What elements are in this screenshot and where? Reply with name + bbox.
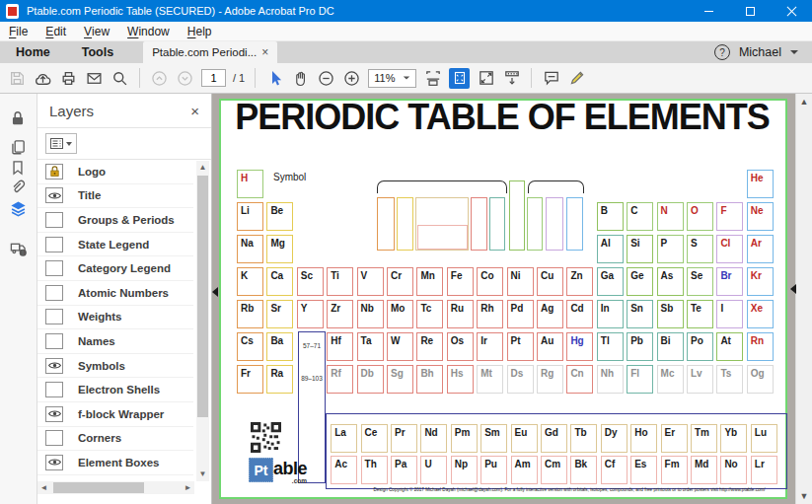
scroll-down-icon[interactable]: ▼ <box>196 468 209 480</box>
scroll-left-icon[interactable]: ◄ <box>37 481 50 494</box>
user-caret-icon[interactable] <box>790 50 798 54</box>
reading-mode-button[interactable] <box>477 69 495 88</box>
maximize-icon <box>746 7 755 16</box>
legend-box-ae <box>397 197 413 251</box>
layer-row-symbols[interactable]: Symbols <box>37 354 193 379</box>
zoom-out-button[interactable] <box>317 69 335 88</box>
page-number-input[interactable] <box>201 69 226 87</box>
eye-icon <box>47 408 62 419</box>
close-button[interactable] <box>771 0 812 22</box>
bookmarks-pane-button[interactable] <box>9 159 29 179</box>
zoom-in-button[interactable] <box>342 69 361 88</box>
layer-visibility-checkbox[interactable] <box>45 212 63 228</box>
menu-help[interactable]: Help <box>179 22 221 40</box>
layer-visibility-checkbox[interactable] <box>45 430 63 446</box>
pdf-page[interactable]: PERIODIC TABLE OF ELEMENTS Symbol 57–71 … <box>219 99 787 499</box>
layer-row-f-block-wrapper[interactable]: f-block Wrapper <box>37 402 193 427</box>
scrollbar-thumb[interactable] <box>197 176 208 417</box>
layer-row-weights[interactable]: Weights <box>37 306 193 330</box>
element-cd: Cd <box>566 300 593 328</box>
select-tool-button[interactable] <box>265 69 284 88</box>
security-pane-button[interactable] <box>9 109 29 129</box>
layer-row-electron-shells[interactable]: Electron Shells <box>37 378 193 402</box>
svg-text:i: i <box>23 250 24 255</box>
layer-visible-eye-icon[interactable] <box>45 358 63 374</box>
layer-row-names[interactable]: Names <box>37 329 193 354</box>
layers-options-button[interactable] <box>45 133 77 154</box>
scroll-down-icon[interactable]: ▼ <box>796 491 812 501</box>
help-icon[interactable]: ? <box>714 44 730 60</box>
zoom-in-icon <box>343 70 360 87</box>
collapse-pane-right-icon[interactable] <box>790 284 796 294</box>
layer-visible-eye-icon[interactable] <box>45 187 63 203</box>
collapse-pane-left-icon[interactable] <box>212 287 218 297</box>
user-menu[interactable]: Michael <box>739 45 781 59</box>
tab-tools[interactable]: Tools <box>66 41 129 63</box>
scroll-up-icon[interactable]: ▲ <box>796 97 812 107</box>
comment-button[interactable] <box>542 69 560 88</box>
fit-width-icon <box>424 69 442 87</box>
save-button[interactable] <box>8 69 27 88</box>
layer-locked-icon[interactable] <box>45 164 63 180</box>
element-sr: Sr <box>266 300 293 328</box>
scroll-up-icon[interactable]: ▲ <box>196 162 209 174</box>
search-button[interactable] <box>111 69 129 88</box>
layer-label: State Legend <box>78 239 149 251</box>
next-page-button[interactable] <box>176 69 194 88</box>
menu-view[interactable]: View <box>75 22 118 40</box>
attachments-pane-button[interactable] <box>9 179 29 198</box>
menu-file[interactable]: File <box>0 22 37 40</box>
layer-visibility-checkbox[interactable] <box>45 309 63 324</box>
share-button[interactable] <box>34 69 52 88</box>
menu-edit[interactable]: Edit <box>37 22 75 40</box>
minimize-button[interactable] <box>688 0 729 22</box>
layer-visibility-checkbox[interactable] <box>45 237 63 252</box>
layer-visibility-checkbox[interactable] <box>45 382 63 397</box>
layer-row-atomic-numbers[interactable]: Atomic Numbers <box>37 281 193 306</box>
layer-visibility-checkbox[interactable] <box>45 260 63 276</box>
layer-visibility-checkbox[interactable] <box>45 285 63 301</box>
scroll-right-icon[interactable]: ► <box>182 481 194 494</box>
document-scrollbar[interactable]: ▲ ▼ <box>795 94 812 504</box>
fill-sign-button[interactable] <box>567 69 586 88</box>
layers-list: LogoTitleGroups & PeriodsState LegendCat… <box>37 160 193 475</box>
layer-visible-eye-icon[interactable] <box>45 406 63 422</box>
layers-horizontal-scrollbar[interactable]: ◄ ► <box>37 481 194 494</box>
legend-box-nm <box>527 197 543 251</box>
layer-row-corners[interactable]: Corners <box>37 427 193 452</box>
previous-page-button[interactable] <box>150 69 169 88</box>
maximize-button[interactable] <box>729 0 771 22</box>
element-tl: Tl <box>597 332 624 361</box>
layer-visible-eye-icon[interactable] <box>45 455 63 470</box>
fit-page-button[interactable] <box>449 68 470 89</box>
layers-panel-close-icon[interactable]: × <box>190 103 199 119</box>
menu-window[interactable]: Window <box>118 22 179 40</box>
layer-visibility-checkbox[interactable] <box>45 333 63 349</box>
layers-pane-button[interactable] <box>9 199 29 219</box>
email-button[interactable] <box>85 69 104 88</box>
page-thumbnails-pane-button[interactable] <box>9 138 29 158</box>
layer-row-logo[interactable]: Logo <box>37 160 193 184</box>
scrollbar-thumb[interactable] <box>53 482 144 493</box>
layer-row-title[interactable]: Title <box>37 184 193 209</box>
layer-row-groups-periods[interactable]: Groups & Periods <box>37 208 193 233</box>
tab-home[interactable]: Home <box>0 41 66 63</box>
tab-document[interactable]: Ptable.com Periodi... × <box>143 41 277 63</box>
legend-box-alk <box>377 197 395 251</box>
layer-row-state-legend[interactable]: State Legend <box>37 233 193 257</box>
zoom-level-dropdown[interactable]: 11% <box>368 69 416 88</box>
layer-row-element-boxes[interactable]: Element Boxes <box>37 451 193 475</box>
tab-close-icon[interactable]: × <box>261 47 268 57</box>
hand-tool-button[interactable] <box>291 69 310 88</box>
layer-row-category-legend[interactable]: Category Legend <box>37 256 193 281</box>
element-ag: Ag <box>537 300 563 328</box>
print-production-pane-button[interactable]: i <box>9 239 29 258</box>
document-canvas[interactable]: PERIODIC TABLE OF ELEMENTS Symbol 57–71 … <box>212 94 812 504</box>
scrolling-mode-button[interactable] <box>502 69 521 88</box>
qr-code <box>251 422 281 453</box>
layers-vertical-scrollbar[interactable]: ▲ ▼ <box>196 161 209 481</box>
layer-label: Corners <box>78 432 121 444</box>
element-fr: Fr <box>237 365 263 394</box>
print-button[interactable] <box>59 69 78 88</box>
fit-width-button[interactable] <box>423 69 442 88</box>
